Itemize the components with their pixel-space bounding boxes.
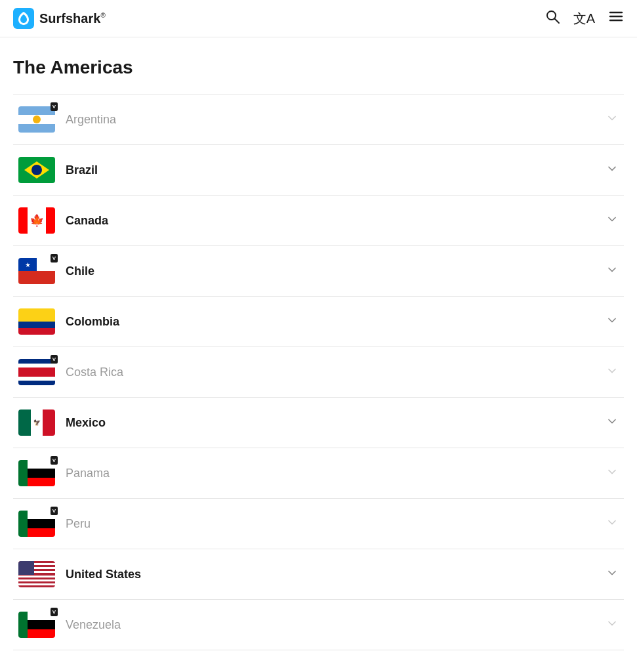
country-item-mexico[interactable]: 🦅Mexico [13, 398, 624, 448]
main-content: The Americas VArgentinaBrazil🍁Canada★VCh… [0, 37, 637, 663]
country-left: Colombia [18, 308, 119, 335]
flag-panama: V [18, 460, 55, 486]
country-list: VArgentinaBrazil🍁Canada★VChileColombiaVC… [13, 94, 624, 650]
country-item-brazil[interactable]: Brazil [13, 145, 624, 196]
flag-venezuela: V [18, 612, 55, 638]
v-badge: V [51, 507, 58, 515]
country-left: VVenezuela [18, 612, 121, 638]
country-left: United States [18, 561, 141, 587]
country-item-canada[interactable]: 🍁Canada [13, 196, 624, 246]
header-icons: 文A [545, 9, 624, 28]
chevron-down-icon [606, 112, 619, 128]
country-left: Brazil [18, 157, 98, 183]
chevron-down-icon [606, 415, 619, 431]
country-name: Canada [66, 214, 108, 228]
country-name: Panama [66, 467, 110, 480]
flag-united-states [18, 561, 55, 587]
country-left: VCosta Rica [18, 359, 123, 385]
country-item-colombia[interactable]: Colombia [13, 297, 624, 347]
v-badge: V [51, 254, 58, 262]
logo-text: Surfshark® [39, 11, 106, 26]
country-name: Costa Rica [66, 366, 123, 379]
flag-canada: 🍁 [18, 207, 55, 234]
menu-icon[interactable] [608, 9, 624, 28]
country-left: ★VChile [18, 258, 94, 284]
chevron-down-icon [606, 364, 619, 381]
flag-brazil [18, 157, 55, 183]
flag-peru: V [18, 511, 55, 537]
search-icon[interactable] [545, 9, 560, 28]
flag-colombia [18, 308, 55, 335]
country-item-peru[interactable]: VPeru [13, 499, 624, 549]
flag-mexico: 🦅 [18, 410, 55, 436]
chevron-down-icon [606, 213, 619, 229]
logo[interactable]: Surfshark® [13, 8, 106, 29]
translate-icon[interactable]: 文A [573, 10, 595, 28]
flag-chile: ★V [18, 258, 55, 284]
flag-costa-rica: V [18, 359, 55, 385]
country-item-argentina[interactable]: VArgentina [13, 94, 624, 145]
v-badge: V [51, 456, 58, 465]
country-item-venezuela[interactable]: VVenezuela [13, 600, 624, 650]
flag-argentina: V [18, 106, 55, 133]
country-name: Brazil [66, 163, 98, 177]
country-name: Colombia [66, 315, 119, 329]
svg-line-2 [554, 19, 559, 24]
chevron-down-icon [606, 162, 619, 178]
country-left: VArgentina [18, 106, 116, 133]
chevron-down-icon [606, 566, 619, 583]
country-left: 🦅Mexico [18, 410, 106, 436]
country-name: Chile [66, 264, 94, 278]
country-left: VPanama [18, 460, 110, 486]
country-name: United States [66, 568, 141, 581]
country-name: Peru [66, 517, 91, 531]
page-title: The Americas [13, 57, 624, 78]
chevron-down-icon [606, 314, 619, 330]
header: Surfshark® 文A [0, 0, 637, 37]
v-badge: V [51, 102, 58, 111]
surfshark-logo-icon [13, 8, 34, 29]
chevron-down-icon [606, 263, 619, 280]
country-left: VPeru [18, 511, 91, 537]
country-item-chile[interactable]: ★VChile [13, 246, 624, 297]
v-badge: V [51, 608, 58, 616]
chevron-down-icon [606, 465, 619, 482]
country-item-costa-rica[interactable]: VCosta Rica [13, 347, 624, 398]
chevron-down-icon [606, 617, 619, 633]
v-badge: V [51, 355, 58, 364]
country-name: Argentina [66, 113, 116, 127]
country-left: 🍁Canada [18, 207, 108, 234]
country-item-panama[interactable]: VPanama [13, 448, 624, 499]
country-item-united-states[interactable]: United States [13, 549, 624, 600]
country-name: Venezuela [66, 618, 121, 632]
country-name: Mexico [66, 416, 106, 430]
chevron-down-icon [606, 516, 619, 532]
